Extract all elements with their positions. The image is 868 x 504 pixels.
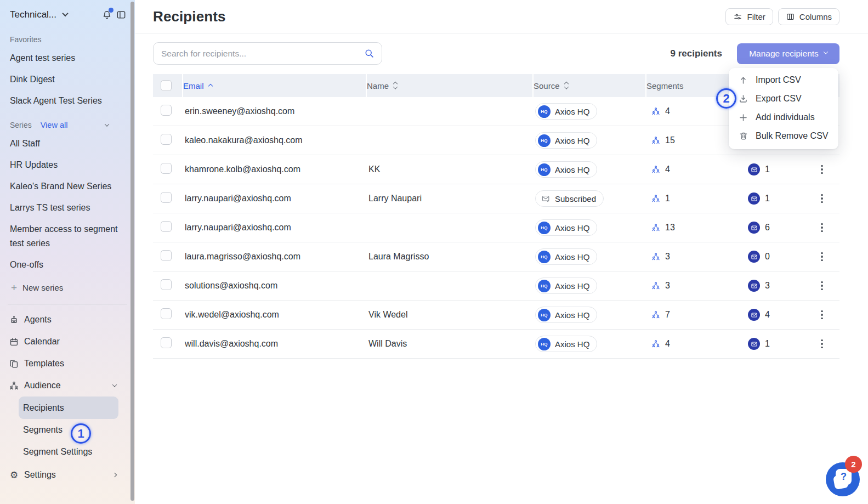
manage-recipients-button[interactable]: Manage recipients — [737, 43, 839, 64]
email-cell: vik.wedel@axioshq.com — [183, 310, 367, 320]
source-cell: HQAxios HQ — [534, 307, 646, 323]
calendar-icon — [9, 337, 19, 347]
sidebar-item-recipients[interactable]: Recipients — [19, 397, 118, 419]
chevron-down-icon — [62, 10, 68, 16]
filter-button[interactable]: Filter — [725, 8, 773, 25]
sidebar-item-calendar[interactable]: Calendar — [0, 331, 135, 353]
actions-cell — [806, 250, 839, 264]
sidebar-item-hr-updates[interactable]: HR Updates — [10, 158, 121, 172]
source-cell: HQAxios HQ — [534, 248, 646, 265]
row-menu-button[interactable] — [819, 192, 825, 206]
envelope-icon — [748, 251, 760, 263]
row-menu-button[interactable] — [819, 308, 825, 322]
notifications-button[interactable] — [100, 8, 114, 22]
source-label: Axios HQ — [555, 136, 589, 145]
name-cell: Larry Naupari — [367, 194, 534, 203]
column-header-source[interactable]: Source — [534, 74, 646, 97]
source-label: Axios HQ — [555, 165, 589, 174]
segments-people-icon — [651, 165, 660, 174]
name-cell: Vik Wedel — [367, 310, 534, 320]
name-cell: Will Davis — [367, 339, 534, 349]
sidebar-item-one-offs[interactable]: One-offs — [10, 258, 121, 272]
row-checkbox[interactable] — [161, 134, 172, 145]
sends-cell: 1 — [743, 192, 806, 205]
row-checkbox[interactable] — [161, 337, 172, 348]
row-checkbox[interactable] — [161, 192, 172, 203]
column-header-name[interactable]: Name — [367, 74, 534, 97]
search-input[interactable] — [153, 42, 382, 65]
source-badge: HQAxios HQ — [535, 307, 597, 323]
chevron-down-icon[interactable] — [105, 122, 109, 126]
sidebar-item-dink-digest[interactable]: Dink Digest — [10, 72, 121, 87]
sidebar-item-segment-settings[interactable]: Segment Settings — [0, 441, 135, 463]
row-checkbox[interactable] — [161, 279, 172, 290]
hq-logo-icon: HQ — [538, 163, 551, 176]
series-list: All StaffHR UpdatesKaleo's Brand New Ser… — [0, 137, 135, 272]
source-cell: HQAxios HQ — [534, 219, 646, 236]
sends-count: 1 — [765, 194, 770, 203]
sidebar-item-kaleo-s-brand-new-series[interactable]: Kaleo's Brand New Series — [10, 179, 121, 194]
source-label: Axios HQ — [555, 339, 589, 349]
row-checkbox[interactable] — [161, 163, 172, 174]
sidebar-item-slack-agent-test-series[interactable]: Slack Agent Test Series — [10, 94, 121, 108]
row-checkbox[interactable] — [161, 221, 172, 232]
filter-label: Filter — [747, 12, 765, 21]
checkbox-cell — [153, 105, 183, 118]
sidebar-item-settings[interactable]: ⚙ Settings — [0, 464, 135, 486]
columns-button[interactable]: Columns — [778, 8, 839, 25]
upload-icon — [738, 75, 748, 86]
sidebar: Technical... Favorites Agent test series… — [0, 0, 135, 504]
row-checkbox[interactable] — [161, 105, 172, 116]
source-cell: HQAxios HQ — [534, 161, 646, 178]
row-menu-button[interactable] — [819, 337, 825, 351]
sends-count: 4 — [765, 310, 770, 320]
checkbox-cell — [153, 308, 183, 321]
row-checkbox[interactable] — [161, 250, 172, 261]
sends-cell: 6 — [743, 222, 806, 234]
segments-people-icon — [651, 136, 660, 145]
menu-item-add-individuals[interactable]: Add individuals — [729, 108, 838, 127]
sidebar-item-member-access-to-segment-test-series[interactable]: Member access to segment test series — [10, 222, 121, 251]
row-menu-button[interactable] — [819, 279, 825, 293]
row-checkbox[interactable] — [161, 308, 172, 319]
source-cell: Subscribed — [534, 190, 646, 207]
envelope-icon — [748, 192, 760, 205]
table-row: khamrone.kolb@axioshq.comKKHQAxios HQ41 — [153, 155, 839, 184]
sends-count: 6 — [765, 223, 770, 233]
sidebar-item-label: Settings — [24, 470, 56, 480]
sidebar-item-larrys-ts-test-series[interactable]: Larrys TS test series — [10, 201, 121, 215]
templates-icon — [9, 359, 19, 369]
new-series-button[interactable]: + New series — [11, 283, 125, 292]
menu-item-bulk-remove-csv[interactable]: Bulk Remove CSV — [729, 127, 838, 145]
row-menu-button[interactable] — [819, 221, 825, 235]
hq-logo-icon: HQ — [538, 338, 551, 350]
sidebar-item-audience[interactable]: Audience — [0, 375, 135, 397]
menu-item-import-csv[interactable]: Import CSV — [729, 71, 838, 89]
sidebar-item-agent-test-series[interactable]: Agent test series — [10, 51, 121, 65]
row-menu-button[interactable] — [819, 163, 825, 177]
sends-count: 1 — [765, 165, 770, 174]
segments-cell: 1 — [646, 194, 743, 203]
recipient-count: 9 recipients — [671, 48, 723, 59]
menu-item-export-csv[interactable]: Export CSV — [729, 89, 838, 108]
sidebar-item-templates[interactable]: Templates — [0, 353, 135, 375]
select-all-checkbox[interactable] — [161, 80, 172, 91]
sidebar-item-all-staff[interactable]: All Staff — [10, 137, 121, 151]
view-all-link[interactable]: View all — [41, 121, 68, 129]
table-row: laura.magrisso@axioshq.comLaura Magrisso… — [153, 242, 839, 271]
source-label: Axios HQ — [555, 310, 589, 320]
sidebar-divider — [8, 304, 127, 304]
sidebar-item-segments[interactable]: Segments — [0, 419, 135, 441]
workspace-switcher[interactable]: Technical... — [10, 7, 128, 22]
segments-people-icon — [651, 223, 660, 232]
sidebar-item-agents[interactable]: Agents — [0, 309, 135, 331]
source-cell: HQAxios HQ — [534, 336, 646, 352]
checkbox-cell — [153, 221, 183, 234]
annotation-circle-1: 1 — [71, 423, 91, 444]
row-menu-button[interactable] — [819, 250, 825, 264]
segments-count: 4 — [665, 106, 670, 116]
envelope-check-icon — [541, 194, 551, 203]
sidebar-toggle-button[interactable] — [114, 8, 128, 22]
column-header-email[interactable]: Email — [183, 74, 367, 97]
scrollbar[interactable] — [131, 2, 134, 501]
